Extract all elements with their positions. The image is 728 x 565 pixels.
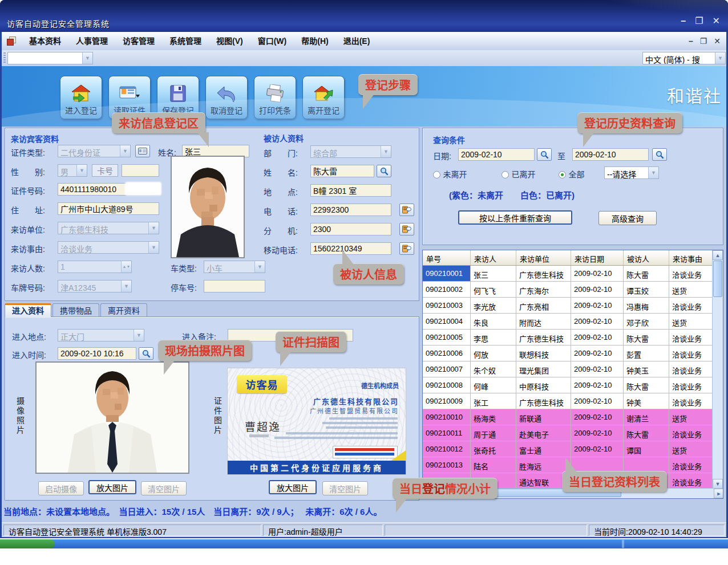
mdi-minimize-button[interactable]: – [689,36,693,46]
clear-card-image-button[interactable]: 清空图片 [322,481,368,495]
dial-mobile-button[interactable] [399,242,414,255]
table-cell: 2009-02-10 [571,409,624,425]
callout-daily-summary: 当日登记情况小计 [393,478,498,499]
scroll-right-icon[interactable]: ► [714,489,723,498]
clear-camera-image-button[interactable]: 清空图片 [141,481,187,495]
chevron-down-icon[interactable]: ▼ [82,52,92,64]
address-input[interactable] [58,202,159,215]
menu-hr[interactable]: 人事管理 [68,32,115,50]
scroll-down-icon[interactable]: ▼ [713,479,723,489]
tab-carried-items[interactable]: 携带物品 [52,303,99,317]
leave-register-button[interactable]: 离开登记 [302,76,345,119]
os-taskbar[interactable] [0,539,728,548]
chevron-down-icon: ▼ [134,330,144,341]
date-to-input[interactable] [572,148,649,161]
table-row[interactable]: 090210007朱个奴理光集团2009-02-10钟美玉洽谈业务 [423,361,723,377]
menu-basic-data[interactable]: 基本资料 [22,32,68,50]
tab-enter-data[interactable]: 进入资料 [5,303,51,317]
time-picker-button[interactable] [139,347,153,360]
chevron-down-icon[interactable]: ▼ [715,52,725,64]
radio-not-left[interactable]: 未离开 [433,168,467,180]
scroll-up-icon[interactable]: ▲ [713,250,723,260]
language-combobox[interactable]: 中文 (简体) - 搜 ▼ [642,52,726,64]
table-row[interactable]: 090210009张工广东德生科技2009-02-10钟美洽谈业务 [423,393,723,409]
card-no-input[interactable] [122,164,159,177]
start-camera-button[interactable]: 启动摄像 [38,481,84,495]
col-header-reason[interactable]: 来访事由 [669,250,713,265]
visited-name-input[interactable] [310,165,374,177]
date-from-picker-button[interactable] [537,148,552,161]
location-input[interactable] [310,184,391,197]
date-to-picker-button[interactable] [652,148,667,161]
table-row[interactable]: 090210002何飞飞广东海尔2009-02-10谭玉姣送货 [423,282,723,298]
cancel-register-button[interactable]: 取消登记 [205,76,248,119]
unit-value: 广东德生科技 [58,222,148,234]
table-vertical-scrollbar[interactable]: ▲ ▼ [712,250,723,489]
col-header-unit[interactable]: 来访单位 [516,250,571,265]
menu-window[interactable]: 窗口(W) [250,32,294,50]
table-row[interactable]: 090210011周于通赴美电子2009-02-10陈大雷洽谈业务 [423,425,723,441]
table-cell: 陈大雷 [624,377,669,393]
ext-input[interactable] [310,223,391,235]
gender-combobox[interactable]: 男 ▼ [58,164,87,177]
table-row[interactable]: 090210006何放联想科技2009-02-10彭置洽谈业务 [423,345,723,361]
start-button[interactable] [0,539,55,548]
toolbar-grip[interactable] [3,52,6,64]
unit-combobox[interactable]: 广东德生科技 ▼ [58,222,159,234]
plate-combobox[interactable]: 津A12345 ▼ [58,280,132,292]
dial-ext-button[interactable] [399,223,414,235]
daily-summary-status: 当前地点：未设置本地地点。 当日进入：15次 / 15人 当日离开：9次 / 9… [3,505,382,517]
menu-system[interactable]: 系统管理 [162,32,209,50]
menu-visitor[interactable]: 访客管理 [115,32,162,50]
table-cell: 洽谈业务 [669,330,713,345]
menu-view[interactable]: 视图(V) [209,32,250,50]
dial-phone-button[interactable] [399,204,414,216]
menu-exit[interactable]: 退出(E) [336,32,378,50]
dept-combobox[interactable]: 综合部 ▼ [310,145,391,158]
spinner-arrows-icon[interactable]: ▲▼ [121,261,131,273]
enter-place-combobox[interactable]: 正大门 ▼ [58,329,144,342]
restore-button[interactable]: ❐ [695,16,703,26]
close-button[interactable]: ✕ [713,16,720,26]
advanced-query-button[interactable]: 高级查询 [598,211,657,225]
enter-time-input[interactable] [58,347,136,360]
reason-combobox[interactable]: 洽谈业务 ▼ [58,241,159,254]
zoom-card-image-button[interactable]: 放大图片 [269,480,317,494]
zoom-camera-image-button[interactable]: 放大图片 [88,480,136,494]
table-row[interactable]: 090210008何峰中原科技2009-02-10陈大雷洽谈业务 [423,377,723,393]
scrollbar-thumb[interactable] [713,261,722,297]
search-person-button[interactable] [377,165,391,177]
print-receipt-button[interactable]: 打印凭条 [254,76,296,119]
visitor-table-body: 090210001张三广东德生科技2009-02-10陈大雷洽谈业务090210… [423,266,723,489]
table-row[interactable]: 090210012张奇托富士通2009-02-10谭国送货 [423,441,723,457]
table-cell: 谢清兰 [624,409,669,425]
cert-type-combobox[interactable]: 二代身份证 ▼ [58,145,131,157]
vehicle-type-combobox[interactable]: 小车 ▼ [204,261,265,273]
card-no-button[interactable]: 卡号 [92,164,118,177]
col-header-date[interactable]: 来访日期 [571,250,624,265]
count-spinner[interactable]: 1 ▲▼ [58,261,132,273]
mdi-close-button[interactable]: ✕ [714,36,721,46]
date-from-input[interactable] [458,148,535,161]
mdi-restore-button[interactable]: ❐ [700,36,707,46]
enter-register-button[interactable]: 进入登记 [60,76,102,119]
table-row[interactable]: 090210010杨海类新联通2009-02-10谢清兰送货 [423,409,723,425]
col-header-visitor[interactable]: 来访人 [471,250,516,265]
quick-select-combobox[interactable]: ▼ [7,52,93,64]
tab-leave-data[interactable]: 离开资料 [100,303,147,317]
radio-all[interactable]: 全部 [559,168,584,180]
table-row[interactable]: 090210005李思广东德生科技2009-02-10陈大雷洽谈业务 [423,330,723,345]
idcard-reader-button[interactable] [135,145,150,157]
status-select-combobox[interactable]: --请选择 ▼ [604,166,659,179]
col-header-id[interactable]: 单号 [423,250,471,265]
parking-input[interactable] [204,280,265,292]
requery-button[interactable]: 按以上条件重新查询 [458,210,572,225]
col-header-visited[interactable]: 被访人 [624,250,669,265]
phone-input[interactable] [310,204,391,216]
table-row[interactable]: 090210004朱良附而达2009-02-10邓子欣送货 [423,314,723,330]
table-row[interactable]: 090210003李光放广东亮相2009-02-10冯惠梅洽谈业务 [423,298,723,314]
radio-left[interactable]: 已离开 [501,168,535,180]
menu-help[interactable]: 帮助(H) [294,32,335,50]
minimize-button[interactable]: – [681,16,686,26]
table-row[interactable]: 090210001张三广东德生科技2009-02-10陈大雷洽谈业务 [423,266,723,282]
